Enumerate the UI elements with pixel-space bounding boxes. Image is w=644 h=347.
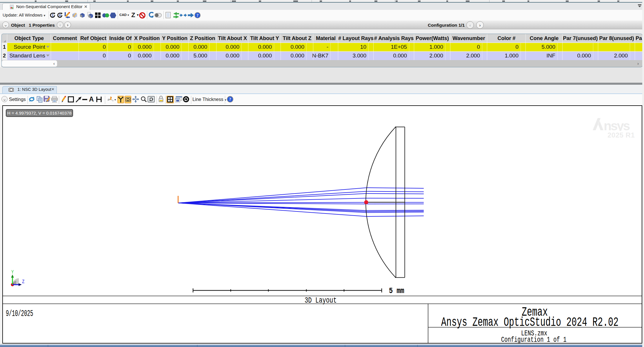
svg-text:?: ? bbox=[229, 97, 231, 102]
